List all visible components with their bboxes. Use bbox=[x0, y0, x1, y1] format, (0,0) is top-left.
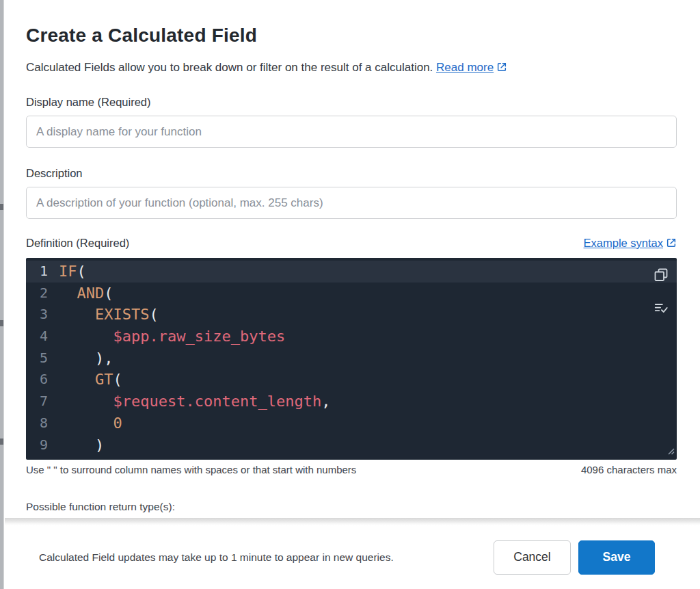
code-line[interactable]: 9 ) bbox=[26, 434, 677, 456]
code-line[interactable]: 5 ), bbox=[26, 348, 677, 369]
quote-hint-text: Use " " to surround column names with sp… bbox=[26, 464, 356, 475]
code-text: GT( bbox=[48, 369, 122, 391]
read-more-link[interactable]: Read more bbox=[436, 61, 494, 74]
modal-footer: Calculated Field updates may take up to … bbox=[5, 525, 700, 589]
description-label: Description bbox=[26, 167, 677, 180]
intro-text: Calculated Fields allow you to break dow… bbox=[26, 61, 677, 76]
char-limit-text: 4096 characters max bbox=[581, 464, 677, 475]
line-number: 9 bbox=[26, 434, 48, 456]
line-number: 2 bbox=[26, 283, 48, 304]
definition-code-editor[interactable]: 1IF(2 AND(3 EXISTS(4 $app.raw_size_bytes… bbox=[26, 258, 677, 460]
scroll-shadow bbox=[5, 518, 700, 525]
description-input[interactable] bbox=[26, 187, 677, 219]
display-name-input[interactable] bbox=[26, 116, 677, 148]
code-line[interactable]: 1IF( bbox=[26, 261, 677, 283]
code-line[interactable]: 6 GT( bbox=[26, 369, 677, 391]
copy-icon[interactable] bbox=[652, 266, 670, 284]
line-number: 6 bbox=[26, 369, 48, 391]
line-number: 3 bbox=[26, 304, 48, 326]
code-text: AND( bbox=[48, 283, 113, 304]
line-number: 4 bbox=[26, 326, 48, 348]
code-text: IF( bbox=[48, 261, 86, 283]
modal-title: Create a Calculated Field bbox=[26, 25, 677, 47]
code-text: 0 bbox=[48, 413, 122, 434]
code-line[interactable]: 3 EXISTS( bbox=[26, 304, 677, 326]
line-number: 7 bbox=[26, 391, 48, 413]
intro-sentence: Calculated Fields allow you to break dow… bbox=[26, 61, 433, 74]
create-calculated-field-modal: Create a Calculated Field Calculated Fie… bbox=[0, 0, 700, 589]
return-types-label: Possible function return type(s): bbox=[26, 501, 677, 513]
code-line[interactable]: 8 0 bbox=[26, 413, 677, 434]
validate-list-check-icon[interactable] bbox=[652, 299, 670, 317]
code-text: EXISTS( bbox=[48, 304, 159, 326]
display-name-label: Display name (Required) bbox=[26, 96, 677, 109]
editor-resize-handle[interactable] bbox=[666, 441, 675, 458]
example-syntax-link[interactable]: Example syntax bbox=[584, 237, 663, 249]
example-syntax: Example syntax bbox=[584, 237, 677, 251]
save-button[interactable]: Save bbox=[578, 540, 655, 575]
cancel-button[interactable]: Cancel bbox=[494, 540, 571, 575]
footer-note: Calculated Field updates may take up to … bbox=[39, 551, 394, 564]
code-text: $app.raw_size_bytes bbox=[48, 326, 285, 348]
line-number: 5 bbox=[26, 348, 48, 369]
code-line[interactable]: 2 AND( bbox=[26, 283, 677, 304]
code-line[interactable]: 4 $app.raw_size_bytes bbox=[26, 326, 677, 348]
external-link-icon bbox=[666, 237, 677, 251]
line-number: 8 bbox=[26, 413, 48, 434]
external-link-icon bbox=[496, 62, 507, 76]
code-line[interactable]: 7 $request.content_length, bbox=[26, 391, 677, 413]
code-editor-lines: 1IF(2 AND(3 EXISTS(4 $app.raw_size_bytes… bbox=[26, 258, 677, 456]
code-text: $request.content_length, bbox=[48, 391, 330, 413]
background-page-edge bbox=[0, 0, 4, 589]
code-text: ) bbox=[48, 434, 104, 456]
line-number: 1 bbox=[26, 261, 48, 283]
definition-label: Definition (Required) bbox=[26, 237, 129, 250]
code-text: ), bbox=[48, 348, 113, 369]
